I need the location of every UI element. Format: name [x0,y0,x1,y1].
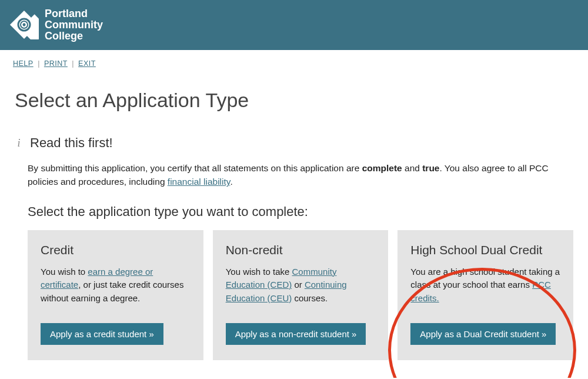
help-link[interactable]: HELP [13,59,34,68]
apply-noncredit-button[interactable]: Apply as a non-credit student » [226,323,366,345]
site-header: Portland Community College [0,0,588,50]
application-type-cards: Credit You wish to earn a degree or cert… [28,230,573,360]
card-title: High School Dual Credit [410,243,560,257]
logo[interactable]: Portland Community College [9,8,103,42]
card-description: You are a high school student taking a c… [410,265,560,308]
select-type-subheading: Select the application type you want to … [28,204,573,220]
page-title: Select an Application Type [15,89,573,112]
utility-nav: HELP | PRINT | EXIT [0,50,588,68]
logo-text: Portland Community College [45,8,103,42]
financial-liability-link[interactable]: financial liability [168,177,230,187]
card-title: Credit [41,243,191,257]
intro-paragraph: By submitting this application, you cert… [28,161,573,189]
apply-dual-credit-button[interactable]: Apply as a Dual Credit student » [410,323,556,345]
card-title: Non-credit [226,243,376,257]
read-first-row: i Read this first! [15,135,573,151]
logo-icon [9,10,39,39]
card-description: You wish to take Community Education (CE… [226,265,376,308]
card-dual-credit: High School Dual Credit You are a high s… [397,230,573,360]
info-icon: i [15,137,23,149]
main-content: Select an Application Type i Read this f… [0,68,588,378]
apply-credit-button[interactable]: Apply as a credit student » [41,323,163,345]
card-noncredit: Non-credit You wish to take Community Ed… [213,230,389,360]
card-credit: Credit You wish to earn a degree or cert… [28,230,203,360]
separator: | [38,59,39,68]
card-description: You wish to earn a degree or certificate… [41,265,191,308]
print-link[interactable]: PRINT [44,59,68,68]
exit-link[interactable]: EXIT [78,59,96,68]
read-first-heading: Read this first! [30,135,113,151]
separator: | [72,59,74,68]
